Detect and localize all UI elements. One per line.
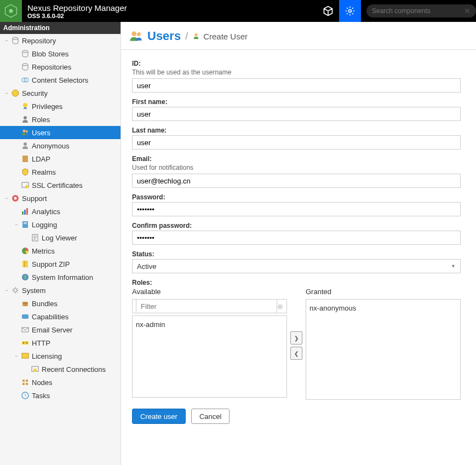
sidebar-item-ssl-certificates[interactable]: SSL Certificates [0,179,121,192]
create-user-button[interactable]: Create user [132,409,186,424]
svg-rect-21 [26,208,28,215]
sidebar-item-label: LDAP [32,155,50,163]
password-input[interactable] [132,202,461,216]
tree-expander-icon[interactable]: − [3,90,10,96]
available-roles-list[interactable]: nx-admin [132,315,287,398]
grant-role-button[interactable]: ❯ [290,331,302,345]
http-icon [21,338,30,347]
svg-point-46 [195,33,198,36]
status-label: Status: [132,250,465,258]
sidebar-item-label: Realms [32,168,56,176]
available-role-item[interactable]: nx-admin [136,319,283,330]
search-clear-icon[interactable]: ✕ [464,7,471,15]
id-hint: This will be used as the username [132,68,465,76]
sidebar-item-repositories[interactable]: Repositories [0,60,121,73]
available-title: Available [132,288,287,296]
main-content: Users / Create User ID: This will be use… [121,22,476,465]
firstname-input[interactable] [132,107,461,121]
admin-mode-button[interactable] [339,0,361,22]
svg-rect-27 [22,261,28,267]
sidebar-item-system-information[interactable]: System Information [0,271,121,284]
sidebar-item-label: Metrics [32,247,55,255]
lastname-input[interactable] [132,135,461,150]
confirm-password-input[interactable] [132,231,461,245]
roles-filter-input[interactable] [136,299,277,313]
sidebar-item-capabilities[interactable]: Capabilities [0,310,121,323]
tree-expander-icon[interactable]: − [13,222,20,227]
sidebar-item-system[interactable]: −System [0,284,121,297]
tree-expander-icon[interactable]: − [3,288,10,293]
sidebar-item-http[interactable]: HTTP [0,336,121,349]
sidebar-item-licensing[interactable]: −Licensing [0,349,121,363]
id-input[interactable] [132,78,461,93]
email-label: Email: [132,155,465,163]
id-label: ID: [132,60,465,67]
sidebar-item-label: Support ZIP [32,260,70,268]
shield-icon [21,168,30,176]
nexus-logo-icon [3,3,19,19]
nav-tree: −RepositoryBlob StoresRepositoriesConten… [0,34,121,402]
sidebar-item-support[interactable]: −Support [0,192,121,205]
search-box[interactable]: ✕ [366,4,476,18]
cancel-button[interactable]: Cancel [191,409,230,424]
svg-point-29 [14,289,17,292]
filter-clear-icon[interactable]: ⊗ [277,302,283,311]
sidebar-item-nodes[interactable]: Nodes [0,376,121,389]
svg-rect-22 [22,221,28,228]
clock-icon [21,391,30,400]
sidebar-item-label: Repositories [32,63,71,71]
svg-rect-31 [22,314,28,319]
sidebar-item-label: Analytics [32,208,60,216]
svg-point-16 [25,185,28,188]
nodes-icon [21,378,30,387]
product-title-block: Nexus Repository Manager OSS 3.6.0-02 [27,3,127,19]
chevron-down-icon: ▼ [451,263,456,269]
sidebar-item-email-server[interactable]: Email Server [0,323,121,336]
sidebar-item-label: Licensing [32,352,62,360]
svg-rect-24 [24,223,27,224]
email-input[interactable] [132,174,461,188]
cube-icon [323,5,334,16]
sidebar-item-bundles[interactable]: Bundles [0,297,121,310]
granted-role-item[interactable]: nx-anonymous [309,303,457,313]
status-select[interactable]: Active ▼ [132,259,461,273]
search-input[interactable] [372,7,464,15]
sidebar-item-privileges[interactable]: Privileges [0,100,121,113]
person-icon [21,115,30,124]
revoke-role-button[interactable]: ❮ [290,347,302,360]
page-title: Users [147,29,181,43]
svg-point-11 [23,130,26,133]
mail-icon [21,325,30,334]
roles-filter-box[interactable]: ⊗ [132,299,287,313]
sidebar-item-security[interactable]: −Security [0,87,121,100]
sidebar-item-log-viewer[interactable]: Log Viewer [0,231,121,244]
sidebar-item-support-zip[interactable]: Support ZIP [0,257,121,271]
browse-mode-button[interactable] [317,0,339,22]
tree-expander-icon[interactable]: − [3,196,10,201]
sidebar-item-repository[interactable]: −Repository [0,34,121,47]
sidebar-item-metrics[interactable]: Metrics [0,244,121,257]
svg-rect-23 [24,222,27,223]
page-header: Users / Create User [121,22,476,50]
sidebar-item-label: Blob Stores [32,50,68,58]
granted-roles-list[interactable]: nx-anonymous [306,299,461,400]
sidebar-item-roles[interactable]: Roles [0,113,121,126]
sidebar-item-ldap[interactable]: LDAP [0,152,121,165]
sidebar-item-label: Nodes [32,378,53,387]
sidebar-item-recent-connections[interactable]: Recent Connections [0,363,121,376]
db-icon [21,62,30,71]
tree-expander-icon[interactable]: − [3,38,10,43]
support-icon [11,194,20,203]
top-bar: Nexus Repository Manager OSS 3.6.0-02 ✕ [0,0,476,22]
sidebar-item-label: Anonymous [32,142,70,150]
tree-expander-icon[interactable]: − [13,353,20,359]
sidebar-item-realms[interactable]: Realms [0,165,121,179]
sidebar-item-content-selectors[interactable]: Content Selectors [0,73,121,87]
sidebar-item-tasks[interactable]: Tasks [0,389,121,402]
sidebar-item-users[interactable]: Users [0,126,121,139]
sidebar-item-analytics[interactable]: Analytics [0,205,121,218]
sidebar-item-anonymous[interactable]: Anonymous [0,139,121,152]
sidebar-item-blob-stores[interactable]: Blob Stores [0,47,121,60]
sidebar: Administration −RepositoryBlob StoresRep… [0,22,121,465]
sidebar-item-logging[interactable]: −Logging [0,218,121,231]
